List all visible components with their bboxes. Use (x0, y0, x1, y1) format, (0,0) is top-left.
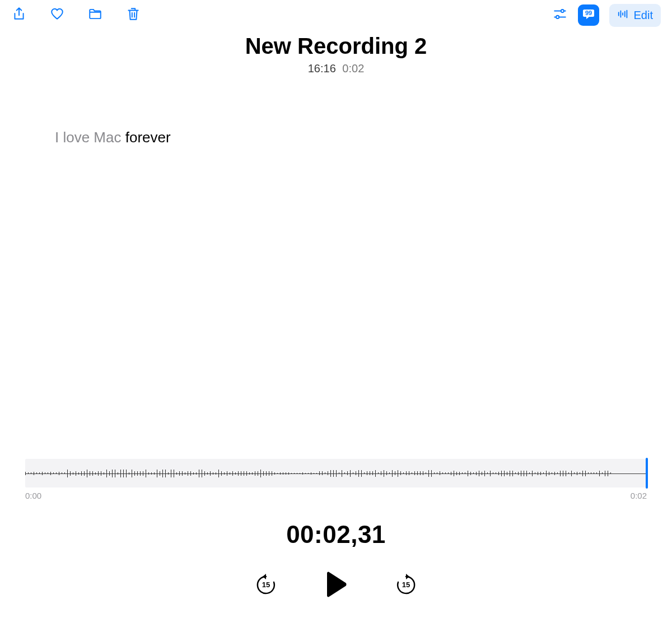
delete-button[interactable] (125, 7, 141, 23)
skip-back-icon: 15 (255, 573, 277, 598)
current-time-display: 00:02,31 (25, 521, 647, 549)
play-button[interactable] (323, 572, 349, 599)
edit-label: Edit (634, 9, 653, 22)
toolbar-right: 99 Edit (552, 4, 661, 27)
favorite-button[interactable] (49, 7, 65, 23)
transcript-button[interactable]: 99 (578, 4, 599, 26)
share-button[interactable] (11, 7, 27, 23)
playback-controls: 15 15 (25, 572, 647, 599)
edit-button[interactable]: Edit (609, 4, 661, 27)
playhead[interactable] (646, 458, 648, 489)
toolbar-left (11, 7, 141, 23)
trash-icon (126, 7, 141, 24)
transcript-active-text: forever (125, 129, 171, 146)
skip-back-button[interactable]: 15 (254, 574, 278, 597)
share-icon (12, 7, 26, 24)
recording-header: New Recording 2 16:16 0:02 (0, 34, 672, 75)
player: 0:00 0:02 00:02,31 15 15 (0, 459, 672, 599)
toolbar: 99 Edit (0, 0, 672, 30)
waveform-time-labels: 0:00 0:02 (25, 491, 647, 500)
recording-time: 16:16 (308, 62, 336, 75)
waveform-end-label: 0:02 (631, 491, 647, 500)
folder-icon (88, 7, 102, 24)
recording-meta: 16:16 0:02 (0, 62, 672, 75)
svg-point-1 (556, 16, 559, 18)
svg-text:15: 15 (262, 580, 270, 589)
quote-bubble-icon: 99 (582, 7, 595, 23)
waveform-icon (617, 8, 629, 23)
svg-point-0 (561, 10, 563, 12)
waveform-track[interactable] (25, 459, 647, 487)
recording-duration: 0:02 (342, 62, 364, 75)
waveform-ticks (25, 467, 643, 480)
options-button[interactable] (552, 7, 568, 23)
heart-icon (50, 7, 64, 24)
skip-forward-button[interactable]: 15 (394, 574, 418, 597)
svg-text:99: 99 (585, 10, 591, 16)
transcript-inactive-text: I love Mac (55, 129, 125, 146)
skip-forward-icon: 15 (395, 573, 417, 598)
play-icon (324, 571, 348, 600)
folder-button[interactable] (87, 7, 103, 23)
sliders-icon (553, 7, 567, 24)
recording-title[interactable]: New Recording 2 (0, 34, 672, 59)
transcript-area[interactable]: I love Mac forever (0, 75, 672, 147)
waveform-start-label: 0:00 (25, 491, 41, 500)
svg-text:15: 15 (402, 580, 410, 589)
